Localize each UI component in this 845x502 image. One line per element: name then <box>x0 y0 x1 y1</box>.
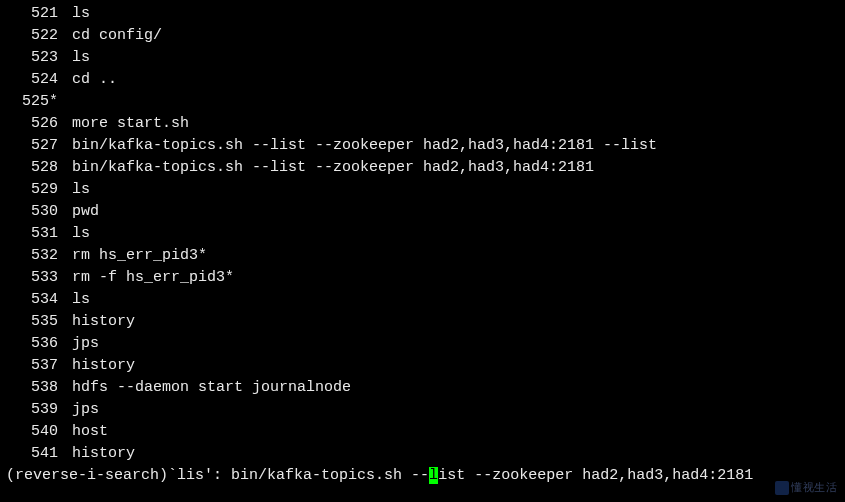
history-line-command: ls <box>72 179 90 201</box>
history-line: 529ls <box>6 179 839 201</box>
search-separator: ': <box>204 467 231 484</box>
history-line: 541history <box>6 443 839 465</box>
history-line: 536jps <box>6 333 839 355</box>
history-line: 521ls <box>6 3 839 25</box>
history-line: 530pwd <box>6 201 839 223</box>
history-line-number: 526 <box>6 113 58 135</box>
history-line-command: bin/kafka-topics.sh --list --zookeeper h… <box>72 135 657 157</box>
history-line-number: 522 <box>6 25 58 47</box>
history-line: 535history <box>6 311 839 333</box>
history-line-command: jps <box>72 333 99 355</box>
history-list: 521ls522cd config/523ls524cd ..525*526mo… <box>6 3 839 465</box>
history-line: 527bin/kafka-topics.sh --list --zookeepe… <box>6 135 839 157</box>
history-line: 525* <box>6 91 839 113</box>
history-line-command: rm -f hs_err_pid3* <box>72 267 234 289</box>
search-match-after: ist --zookeeper had2,had3,had4:2181 <box>438 467 753 484</box>
history-line-command: more start.sh <box>72 113 189 135</box>
history-line: 540host <box>6 421 839 443</box>
history-line-command: host <box>72 421 108 443</box>
history-line: 537history <box>6 355 839 377</box>
reverse-search-line[interactable]: (reverse-i-search)`lis': bin/kafka-topic… <box>6 465 839 487</box>
history-line-number: 531 <box>6 223 58 245</box>
history-line-number: 540 <box>6 421 58 443</box>
history-line: 524cd .. <box>6 69 839 91</box>
history-line-command: hdfs --daemon start journalnode <box>72 377 351 399</box>
history-line-command: ls <box>72 289 90 311</box>
history-line: 528bin/kafka-topics.sh --list --zookeepe… <box>6 157 839 179</box>
history-line-number: 539 <box>6 399 58 421</box>
history-line-command: history <box>72 355 135 377</box>
history-line-command: bin/kafka-topics.sh --list --zookeeper h… <box>72 157 594 179</box>
history-line-command: cd config/ <box>72 25 162 47</box>
history-line-number: 527 <box>6 135 58 157</box>
history-line: 539jps <box>6 399 839 421</box>
history-line-number: 537 <box>6 355 58 377</box>
history-line-number: 525* <box>6 91 58 113</box>
history-line-command: cd .. <box>72 69 117 91</box>
history-line: 522cd config/ <box>6 25 839 47</box>
history-line: 526more start.sh <box>6 113 839 135</box>
search-query: lis <box>177 467 204 484</box>
terminal-cursor: l <box>429 467 438 484</box>
history-line-command: ls <box>72 223 90 245</box>
history-line-number: 536 <box>6 333 58 355</box>
history-line-number: 521 <box>6 3 58 25</box>
history-line: 538hdfs --daemon start journalnode <box>6 377 839 399</box>
history-line-command: jps <box>72 399 99 421</box>
history-line: 534ls <box>6 289 839 311</box>
search-match-before: bin/kafka-topics.sh -- <box>231 467 429 484</box>
history-line: 533rm -f hs_err_pid3* <box>6 267 839 289</box>
history-line-command: ls <box>72 3 90 25</box>
history-line-number: 533 <box>6 267 58 289</box>
history-line-number: 524 <box>6 69 58 91</box>
history-line: 532rm hs_err_pid3* <box>6 245 839 267</box>
history-line-number: 532 <box>6 245 58 267</box>
history-line-number: 538 <box>6 377 58 399</box>
history-line-number: 523 <box>6 47 58 69</box>
history-line-command: history <box>72 443 135 465</box>
history-line-command: pwd <box>72 201 99 223</box>
search-prefix: (reverse-i-search)` <box>6 467 177 484</box>
history-line-number: 541 <box>6 443 58 465</box>
history-line-number: 529 <box>6 179 58 201</box>
terminal-output[interactable]: 521ls522cd config/523ls524cd ..525*526mo… <box>6 3 839 487</box>
history-line-number: 530 <box>6 201 58 223</box>
history-line-number: 535 <box>6 311 58 333</box>
history-line-command: rm hs_err_pid3* <box>72 245 207 267</box>
history-line-number: 534 <box>6 289 58 311</box>
history-line-command: ls <box>72 47 90 69</box>
history-line: 531ls <box>6 223 839 245</box>
history-line: 523ls <box>6 47 839 69</box>
history-line-number: 528 <box>6 157 58 179</box>
history-line-command: history <box>72 311 135 333</box>
